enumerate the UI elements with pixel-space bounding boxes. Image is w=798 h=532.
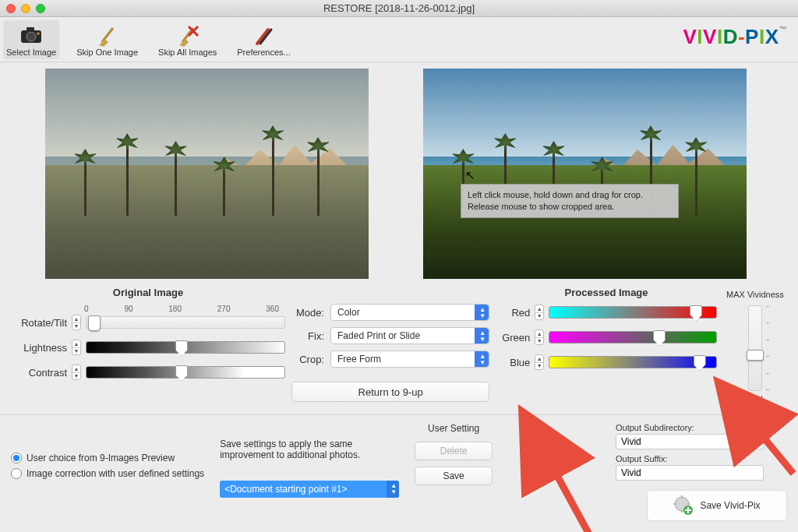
svg-line-4 — [102, 28, 113, 42]
gear-plus-icon — [673, 495, 694, 516]
delete-button[interactable]: Delete — [415, 442, 493, 460]
rotate-slider[interactable] — [86, 316, 285, 329]
contrast-stepper[interactable]: ▲▼ — [72, 365, 81, 380]
svg-rect-2 — [26, 27, 34, 32]
preferences-button[interactable]: Preferences... — [234, 20, 293, 59]
svg-rect-12 — [681, 509, 683, 513]
green-label: Green — [496, 332, 530, 344]
document-starting-point-select[interactable]: <Document starting point #1>▲▼ — [220, 481, 399, 498]
skip-one-button[interactable]: Skip One Image — [73, 20, 141, 59]
cursor-icon: ↖ — [465, 168, 475, 182]
green-slider[interactable] — [549, 331, 717, 344]
red-label: Red — [496, 307, 530, 319]
output-subdir-input[interactable] — [616, 434, 764, 449]
green-stepper[interactable]: ▲▼ — [535, 329, 544, 345]
select-image-button[interactable]: Select Image — [3, 20, 59, 59]
svg-point-3 — [37, 33, 40, 35]
user-defined-radio[interactable] — [11, 468, 22, 479]
rotate-tick-labels: 090180270360 — [84, 305, 279, 313]
mode-label: Mode: — [291, 307, 324, 319]
output-subdir-label: Output Subdirectory: — [616, 423, 787, 432]
window-title: RESTORE [2018-11-26-0012.jpg] — [0, 2, 798, 14]
processed-image-title: Processed Image — [496, 287, 717, 298]
tools-icon — [252, 23, 277, 48]
vivid-pix-logo: VIVID-PIX™ — [683, 25, 787, 49]
toolbar: Select Image Skip One Image Skip All Ima… — [0, 17, 798, 62]
blue-label: Blue — [496, 357, 530, 368]
min-label: MIN — [723, 394, 787, 403]
lightness-slider[interactable] — [86, 341, 285, 354]
processed-image-preview[interactable]: ↖ Left click mouse, hold down and drag f… — [423, 69, 747, 279]
toolbar-label: Preferences... — [237, 48, 290, 57]
camera-icon — [19, 23, 44, 48]
contrast-slider[interactable] — [86, 366, 285, 379]
radio-label: Image correction with user defined setti… — [26, 468, 204, 479]
vividness-slider[interactable] — [748, 305, 762, 391]
user-setting-title: User Setting — [415, 423, 493, 434]
svg-rect-17 — [685, 509, 691, 511]
svg-rect-13 — [673, 503, 676, 505]
user-choice-radio[interactable] — [11, 453, 22, 463]
save-button[interactable]: Save — [415, 467, 493, 485]
skip-all-button[interactable]: Skip All Images — [155, 20, 220, 59]
crop-label: Crop: — [291, 354, 324, 365]
crop-tooltip: Left click mouse, hold down and drag for… — [461, 184, 679, 218]
max-vividness-label: MAX Vividness — [723, 290, 787, 299]
output-suffix-label: Output Suffix: — [616, 454, 787, 463]
title-bar: RESTORE [2018-11-26-0012.jpg] — [0, 0, 798, 17]
lightness-stepper[interactable]: ▲▼ — [72, 340, 81, 355]
blue-slider[interactable] — [549, 356, 717, 368]
lightness-label: Lightness — [11, 342, 67, 354]
save-settings-text: Save settings to apply the same improvem… — [220, 439, 399, 460]
fix-select[interactable]: Faded Print or Slide▲▼ — [330, 327, 489, 344]
rotate-label: Rotate/Tilt — [11, 317, 67, 329]
fix-label: Fix: — [291, 330, 324, 342]
original-image-preview — [45, 69, 369, 279]
save-vivid-pix-button[interactable]: Save Vivid-Pix — [647, 490, 787, 521]
red-slider[interactable] — [549, 306, 717, 319]
radio-label: User choice from 9-Images Preview — [26, 453, 175, 463]
rotate-stepper[interactable]: ▲▼ — [72, 315, 81, 330]
svg-rect-11 — [681, 495, 683, 499]
toolbar-label: Select Image — [6, 48, 56, 57]
mode-select[interactable]: Color▲▼ — [330, 304, 489, 321]
toolbar-label: Skip All Images — [158, 48, 217, 57]
original-image-title: Original Image — [11, 287, 285, 298]
broom-x-icon — [175, 23, 200, 48]
crop-select[interactable]: Free Form▲▼ — [330, 351, 489, 368]
output-suffix-input[interactable] — [616, 465, 764, 481]
contrast-label: Contrast — [11, 367, 67, 379]
red-stepper[interactable]: ▲▼ — [535, 305, 544, 320]
toolbar-label: Skip One Image — [76, 48, 138, 57]
svg-rect-14 — [687, 503, 690, 505]
blue-stepper[interactable]: ▲▼ — [535, 354, 544, 370]
svg-point-1 — [26, 32, 36, 41]
return-to-9up-button[interactable]: Return to 9-up — [291, 382, 489, 402]
broom-icon — [95, 23, 120, 48]
